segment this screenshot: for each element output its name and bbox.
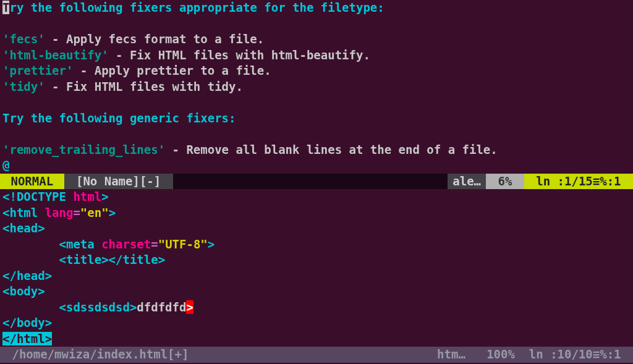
code-line[interactable]: <meta charset="UTF-8"> (0, 237, 633, 253)
generic-intro: Try the following generic fixers: (0, 111, 633, 127)
statusline-right: ale… 6% ln :1/15≡%:1 (448, 174, 633, 190)
code-line[interactable]: <body> (0, 284, 633, 300)
code-line[interactable]: </body> (0, 315, 633, 331)
cursor-line-highlight: </html> (2, 332, 52, 345)
fixer-item: 'prettier' - Apply prettier to a file. (0, 63, 633, 79)
blank-line (0, 16, 633, 32)
at-indicator: @ (0, 158, 633, 174)
fixer-item: 'fecs' - Apply fecs format to a file. (0, 32, 633, 48)
code-line[interactable]: </head> (0, 268, 633, 284)
fixer-item: 'tidy' - Fix HTML files with tidy. (0, 79, 633, 95)
blank-line (0, 126, 633, 142)
statusline-bottom: /home/mwiza/index.html[+] htm… 100% ln :… (0, 347, 633, 363)
mode-indicator: NORMAL (0, 174, 64, 190)
code-line-cursor[interactable]: </html> (0, 331, 633, 347)
cursor-block: T (2, 1, 9, 14)
code-line[interactable]: <title></title> (0, 252, 633, 268)
code-line[interactable]: <sdssdsdsd>dfdfdfd> (0, 300, 633, 316)
file-path: /home/mwiza/index.html[+] (0, 347, 437, 363)
terminal-screen: Try the following fixers appropriate for… (0, 0, 633, 364)
ale-indicator: ale… (448, 174, 486, 190)
generic-fixer-item: 'remove_trailing_lines' - Remove all bla… (0, 142, 633, 158)
error-highlight: > (186, 300, 193, 314)
statusline-top: NORMAL [No Name][-] ale… 6% ln :1/15≡%:1 (0, 174, 633, 190)
code-line[interactable]: <html lang="en"> (0, 205, 633, 221)
code-line[interactable]: <!DOCTYPE html> (0, 189, 633, 205)
fixer-item: 'html-beautify' - Fix HTML files with ht… (0, 48, 633, 64)
percent-indicator: 6% (486, 174, 524, 190)
position-indicator: ln :1/15≡%:1 (524, 174, 633, 190)
fixer-intro: Try the following fixers appropriate for… (0, 0, 633, 16)
code-line[interactable]: <head> (0, 221, 633, 237)
blank-line (0, 95, 633, 111)
statusline-fill (173, 174, 448, 190)
statusline-bottom-right: htm… 100% ln :10/10≡%:1 (437, 347, 633, 363)
buffer-name: [No Name][-] (64, 174, 173, 190)
